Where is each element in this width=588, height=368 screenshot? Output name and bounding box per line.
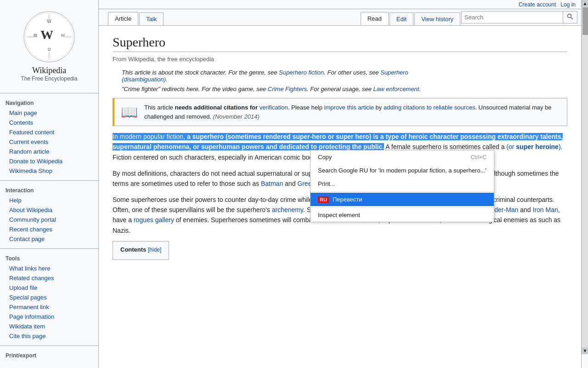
context-menu-divider-2: [311, 207, 494, 207]
inspect-label: Inspect element: [318, 212, 360, 218]
citation-bold: needs additional citations for: [175, 104, 258, 111]
navigation-title: Navigation: [0, 98, 98, 108]
selected-text: In modern popular fiction, a superhero (…: [113, 133, 563, 150]
copy-label: Copy: [318, 154, 332, 161]
sidebar-item-main-page[interactable]: Main page: [0, 108, 98, 118]
sidebar-item-permanent-link[interactable]: Permanent link: [0, 302, 98, 312]
citation-text: This article needs additional citations …: [144, 103, 560, 121]
disambiguation-link[interactable]: Superhero(disambiguation): [122, 69, 408, 83]
sidebar-item-wikimedia-shop[interactable]: Wikimedia Shop: [0, 166, 98, 176]
sidebar-item-random-article[interactable]: Random article: [0, 147, 98, 156]
adding-citations-link[interactable]: adding citations to reliable sources: [384, 104, 475, 111]
translate-flag: RU: [318, 196, 329, 203]
hatnote-2: "Crime fighter" redirects here. For the …: [113, 86, 567, 92]
scrollbar: ▲ ▼: [581, 0, 588, 368]
from-line: From Wikipedia, the free encyclopedia: [113, 56, 567, 63]
sidebar-item-recent-changes[interactable]: Recent changes: [0, 224, 98, 234]
translate-label: Перевести: [333, 196, 362, 203]
svg-point-7: [568, 14, 571, 18]
context-menu-translate[interactable]: RU Перевести: [311, 193, 494, 206]
wikipedia-subtitle: The Free Encyclopedia: [5, 75, 94, 82]
sidebar-divider-3: [0, 248, 98, 249]
create-account-link[interactable]: Create account: [519, 1, 556, 8]
verification-link[interactable]: verification: [260, 104, 288, 111]
sidebar-item-what-links[interactable]: What links here: [0, 264, 98, 273]
ironman-link[interactable]: Iron Man: [533, 206, 558, 213]
scroll-thumb[interactable]: [582, 7, 588, 35]
law-enforcement-link[interactable]: Law enforcement: [373, 86, 419, 92]
citation-icon: 📖: [121, 104, 138, 120]
svg-text:W: W: [40, 28, 53, 42]
log-in-link[interactable]: Log in: [560, 1, 576, 8]
tab-edit[interactable]: Edit: [390, 12, 413, 25]
context-menu-inspect[interactable]: Inspect element: [311, 208, 494, 222]
tab-talk[interactable]: Talk: [139, 12, 164, 25]
search-google-label: Search Google RU for 'In modern popular …: [318, 167, 486, 174]
sidebar-item-special-pages[interactable]: Special pages: [0, 293, 98, 302]
sidebar: W 維 W Ω W Wikipedia The Free Encyclopedi…: [0, 0, 99, 368]
sidebar-item-help[interactable]: Help: [0, 196, 98, 205]
contents-title: Contents [hide]: [120, 246, 161, 253]
svg-line-8: [571, 17, 573, 19]
print-section: Print/export: [0, 348, 98, 363]
context-menu: Copy Ctrl+C Search Google RU for 'In mod…: [310, 150, 494, 222]
rogues-gallery-link[interactable]: rogues gallery: [134, 216, 174, 224]
navigation-section: Navigation Main page Contents Featured c…: [0, 95, 98, 178]
scroll-down-arrow[interactable]: ▼: [582, 347, 588, 354]
copy-shortcut: Ctrl+C: [471, 154, 486, 161]
interaction-title: Interaction: [0, 185, 98, 196]
wikipedia-title: Wikipedia: [5, 66, 94, 75]
article-content: Superhero From Wikipedia, the free encyc…: [99, 26, 581, 368]
search-icon: [567, 13, 573, 20]
context-menu-copy[interactable]: Copy Ctrl+C: [311, 150, 494, 164]
sidebar-item-related-changes[interactable]: Related changes: [0, 273, 98, 283]
crime-fighters-link[interactable]: Crime Fighters: [268, 86, 307, 92]
archenemy-link[interactable]: archenemy: [272, 206, 303, 213]
interaction-section: Interaction Help About Wikipedia Communi…: [0, 183, 98, 247]
citation-box: 📖 This article needs additional citation…: [113, 98, 567, 126]
tabbar: Article Talk Read Edit View history: [99, 9, 581, 26]
logo: W 維 W Ω W Wikipedia The Free Encyclopedi…: [0, 0, 98, 91]
context-menu-search-google[interactable]: Search Google RU for 'In modern popular …: [311, 164, 494, 177]
sidebar-item-donate[interactable]: Donate to Wikipedia: [0, 156, 98, 166]
scroll-up-arrow[interactable]: ▲: [582, 0, 588, 7]
search-input[interactable]: [462, 12, 563, 23]
contents-box: Contents [hide]: [113, 241, 169, 260]
tab-read[interactable]: Read: [361, 12, 389, 25]
search-bar: [461, 11, 577, 23]
citation-date: (November 2014): [213, 113, 260, 120]
sidebar-item-current-events[interactable]: Current events: [0, 137, 98, 147]
sidebar-item-upload[interactable]: Upload file: [0, 283, 98, 293]
sidebar-divider: [0, 93, 98, 93]
sidebar-item-cite[interactable]: Cite this page: [0, 331, 98, 341]
batman-link[interactable]: Batman: [261, 180, 283, 187]
sidebar-item-featured-content[interactable]: Featured content: [0, 127, 98, 137]
page-title: Superhero: [113, 35, 567, 50]
sidebar-item-contents[interactable]: Contents: [0, 118, 98, 127]
sidebar-item-page-info[interactable]: Page information: [0, 312, 98, 322]
superheroine-link[interactable]: (or super heroine): [506, 143, 560, 150]
contents-hide-link[interactable]: [hide]: [148, 247, 161, 253]
context-menu-print[interactable]: Print...: [311, 177, 494, 190]
wikipedia-globe-icon: W 維 W Ω W: [22, 9, 77, 64]
sidebar-item-about[interactable]: About Wikipedia: [0, 205, 98, 215]
sidebar-item-contact[interactable]: Contact page: [0, 234, 98, 244]
improve-article-link[interactable]: improve this article: [324, 104, 374, 111]
topbar: Create account Log in: [99, 0, 581, 9]
print-label: Print...: [318, 180, 335, 187]
sidebar-divider-4: [0, 345, 98, 346]
main-content-area: Create account Log in Article Talk Read …: [99, 0, 581, 368]
tools-section: Tools What links here Related changes Up…: [0, 251, 98, 344]
sidebar-item-wikidata[interactable]: Wikidata item: [0, 322, 98, 331]
tab-view-history[interactable]: View history: [414, 12, 460, 25]
superhero-fiction-link[interactable]: Superhero fiction: [279, 69, 324, 76]
context-menu-divider-1: [311, 191, 494, 192]
sidebar-item-community[interactable]: Community portal: [0, 215, 98, 224]
print-title: Print/export: [0, 351, 98, 361]
hatnote-1: This article is about the stock characte…: [113, 69, 567, 83]
tab-article[interactable]: Article: [108, 12, 138, 25]
search-button[interactable]: [563, 12, 577, 23]
tools-title: Tools: [0, 253, 98, 264]
sidebar-divider-2: [0, 180, 98, 181]
